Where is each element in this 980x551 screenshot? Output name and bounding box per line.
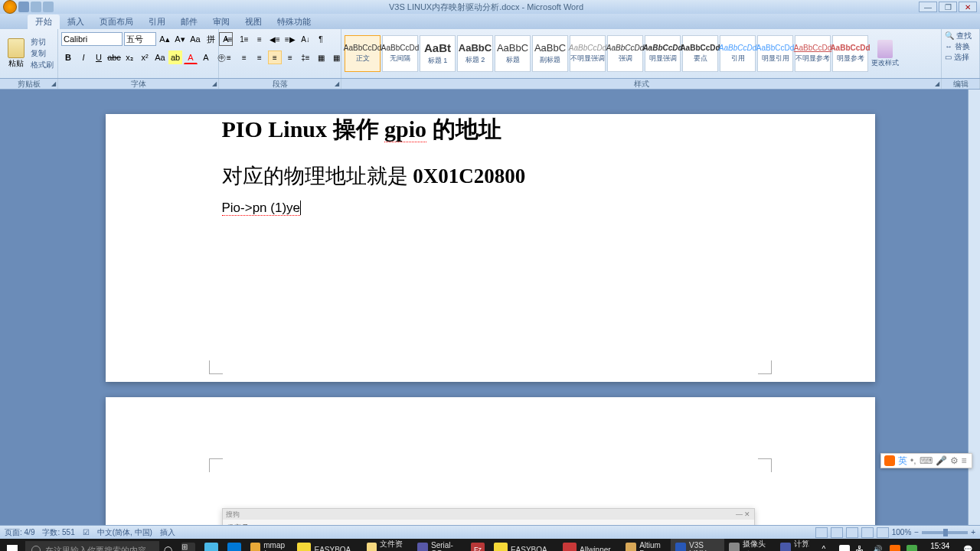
style-quote[interactable]: AaBbCcDd引用 xyxy=(720,35,756,72)
justify-button[interactable]: ≡ xyxy=(268,51,282,64)
style-strong[interactable]: AaBbCcDd要点 xyxy=(682,35,718,72)
font-size-select[interactable] xyxy=(124,32,156,46)
taskbar-search[interactable]: 在这里输入你要搜索的内容 xyxy=(25,541,158,551)
sort-button[interactable]: A↓ xyxy=(299,32,312,46)
align-left-button[interactable]: ≡ xyxy=(222,51,236,64)
view-fullscreen-button[interactable] xyxy=(831,527,843,538)
multilevel-button[interactable]: ≡ xyxy=(253,32,266,46)
task-view-button[interactable]: ◯ xyxy=(159,539,177,551)
indent-dec-button[interactable]: ◀≡ xyxy=(268,32,282,46)
view-draft-button[interactable] xyxy=(877,527,889,538)
font-color-button[interactable]: A xyxy=(184,51,198,64)
taskbar-camera[interactable]: 摄像头采... xyxy=(724,539,776,551)
status-words[interactable]: 字数: 551 xyxy=(42,527,74,538)
grow-font-button[interactable]: A▴ xyxy=(158,32,172,46)
taskbar-easyboard1[interactable]: EASYBOA... xyxy=(292,539,361,551)
tray-people-icon[interactable] xyxy=(839,545,850,551)
sogou-icon[interactable] xyxy=(884,455,895,466)
style-emphasis[interactable]: AaBbCcDd强调 xyxy=(607,35,643,72)
ime-close-icon[interactable]: — ✕ xyxy=(736,510,751,518)
office-button[interactable] xyxy=(3,0,17,14)
style-nospacing[interactable]: AaBbCcDd无间隔 xyxy=(382,35,418,72)
tab-view[interactable]: 视图 xyxy=(237,15,270,29)
style-subtitle[interactable]: AaBbC副标题 xyxy=(532,35,568,72)
style-subtle-emph[interactable]: AaBbCcDd不明显强调 xyxy=(570,35,606,72)
align-right-button[interactable]: ≡ xyxy=(253,51,266,64)
tray-up-icon[interactable]: ^ xyxy=(822,545,833,551)
line-spacing-button[interactable]: ‡≡ xyxy=(299,51,312,64)
shading-button[interactable]: ▦ xyxy=(314,51,328,64)
style-heading1[interactable]: AaBt标题 1 xyxy=(420,35,456,72)
paste-button[interactable]: 粘贴 xyxy=(3,35,29,72)
taskbar-allwinner[interactable]: Allwinner... xyxy=(558,539,621,551)
clipboard-expand-icon[interactable]: ◢ xyxy=(51,80,56,87)
qat-redo-icon[interactable] xyxy=(43,2,54,12)
status-language[interactable]: 中文(简体, 中国) xyxy=(97,527,152,538)
status-page[interactable]: 页面: 4/9 xyxy=(5,527,34,538)
tray-ime-icon[interactable] xyxy=(890,545,900,551)
highlight-button[interactable]: ab xyxy=(168,51,182,64)
ime-settings-icon[interactable]: ⚙ xyxy=(950,455,959,466)
change-styles-button[interactable]: 更改样式 xyxy=(870,35,900,72)
tab-insert[interactable]: 插入 xyxy=(60,15,92,29)
paragraph-address[interactable]: 对应的物理地址就是 0X01C20800 xyxy=(222,162,759,190)
numbering-button[interactable]: 1≡ xyxy=(237,32,251,46)
tab-review[interactable]: 审阅 xyxy=(205,15,237,29)
strikethrough-button[interactable]: abc xyxy=(107,51,121,64)
font-expand-icon[interactable]: ◢ xyxy=(212,80,217,87)
cut-button[interactable]: 剪切 xyxy=(31,37,54,47)
bullets-button[interactable]: •≡ xyxy=(222,32,236,46)
heading-line[interactable]: PIO Linux 操作 gpio 的地址 xyxy=(222,114,759,145)
style-intense-emph[interactable]: AaBbCcDd明显强调 xyxy=(645,35,681,72)
qat-save-icon[interactable] xyxy=(18,2,29,12)
ime-voice-icon[interactable]: 🎤 xyxy=(936,455,947,466)
taskbar-filezilla[interactable]: Fz xyxy=(466,539,489,551)
start-button[interactable] xyxy=(0,539,24,551)
taskbar-calc[interactable]: 计算器 xyxy=(776,539,815,551)
style-normal[interactable]: AaBbCcDd正文 xyxy=(345,35,381,72)
phonetic-button[interactable]: 拼 xyxy=(204,32,217,46)
zoom-level[interactable]: 100% xyxy=(892,528,912,536)
tab-refs[interactable]: 引用 xyxy=(141,15,173,29)
change-case-button[interactable]: Aa xyxy=(153,51,167,64)
clear-format-button[interactable]: Aa xyxy=(188,32,202,46)
ime-keyboard-icon[interactable]: ⌨ xyxy=(920,455,933,466)
style-heading2[interactable]: AaBbC标题 2 xyxy=(457,35,493,72)
select-button[interactable]: ▭ 选择 xyxy=(945,52,969,63)
view-outline-button[interactable] xyxy=(861,527,874,538)
document-page[interactable]: 搜狗 — ✕ 程序员 pn 0.05/0.000 = 400 = 400 = 4… xyxy=(106,397,875,525)
document-area[interactable]: PIO Linux 操作 gpio 的地址 对应的物理地址就是 0X01C208… xyxy=(0,90,980,525)
tray-notification-icon[interactable]: 💬 xyxy=(963,545,974,551)
superscript-button[interactable]: x² xyxy=(138,51,152,64)
tray-security-icon[interactable] xyxy=(906,545,917,551)
ime-lang-button[interactable]: 英 xyxy=(898,455,907,468)
taskbar-cortana[interactable]: ⊞ xyxy=(177,539,200,551)
underline-button[interactable]: U xyxy=(92,51,106,64)
taskbar-edge[interactable] xyxy=(223,539,246,551)
tray-volume-icon[interactable]: 🔊 xyxy=(873,545,884,551)
italic-button[interactable]: I xyxy=(77,51,90,64)
qat-undo-icon[interactable] xyxy=(31,2,41,12)
paragraph-code[interactable]: Pio->pn (1)ye xyxy=(222,201,759,216)
close-button[interactable]: ✕ xyxy=(959,2,977,12)
tab-home[interactable]: 开始 xyxy=(28,15,60,29)
find-button[interactable]: 🔍 查找 xyxy=(945,31,972,41)
tray-clock[interactable]: 15:34 2019/6/25 xyxy=(923,542,958,551)
ime-punct-icon[interactable]: •, xyxy=(910,455,916,466)
style-subtle-ref[interactable]: AaBbCcDd不明显参考 xyxy=(795,35,831,72)
style-title[interactable]: AaBbC标题 xyxy=(495,35,531,72)
tab-addins[interactable]: 特殊功能 xyxy=(270,15,318,29)
para-expand-icon[interactable]: ◢ xyxy=(335,80,339,87)
zoom-slider[interactable] xyxy=(922,531,968,534)
taskbar-app1[interactable] xyxy=(200,539,223,551)
copy-button[interactable]: 复制 xyxy=(31,48,54,59)
ime-menu-icon[interactable]: ≡ xyxy=(962,455,967,466)
tray-network-icon[interactable]: 🖧 xyxy=(856,545,867,551)
align-center-button[interactable]: ≡ xyxy=(237,51,251,64)
tab-layout[interactable]: 页面布局 xyxy=(92,15,141,29)
taskbar-altium[interactable]: Altium D... xyxy=(621,539,671,551)
status-mode[interactable]: 插入 xyxy=(160,527,175,538)
style-intense-ref[interactable]: AaBbCcDd明显参考 xyxy=(832,35,868,72)
replace-button[interactable]: ↔ 替换 xyxy=(945,41,970,52)
show-marks-button[interactable]: ¶ xyxy=(314,32,328,46)
